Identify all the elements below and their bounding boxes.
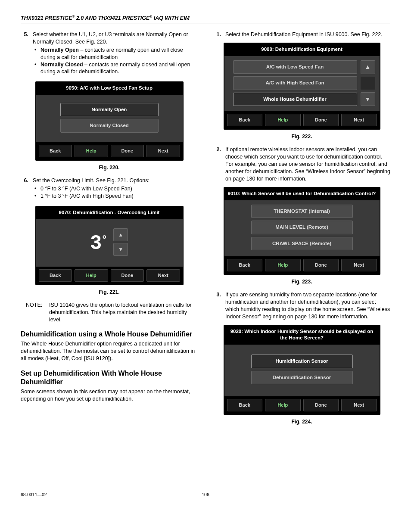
body-text: Some screens shown in this section may n… (21, 388, 198, 403)
figure-caption: Fig. 224. (213, 418, 390, 425)
doc-header: THX9321 PRESTIGE® 2.0 AND THX9421 PRESTI… (21, 15, 390, 24)
scroll-up-button[interactable]: ▲ (361, 60, 375, 74)
option-thermostat-internal[interactable]: THERMOSTAT (Internal) (251, 205, 353, 218)
triangle-down-icon: ▼ (365, 95, 371, 103)
done-button[interactable]: Done (303, 399, 339, 411)
left-column: 5. Select whether the U1, U2, or U3 term… (21, 31, 198, 431)
next-button[interactable]: Next (146, 145, 180, 157)
footer-page-number: 106 (202, 492, 209, 498)
back-button[interactable]: Back (39, 269, 72, 282)
option-main-level-remote[interactable]: MAIN LEVEL (Remote) (251, 221, 353, 234)
done-button[interactable]: Done (111, 145, 144, 157)
done-button[interactable]: Done (303, 259, 339, 271)
step-number: 3. (213, 291, 225, 320)
help-button[interactable]: Help (75, 145, 108, 157)
scroll-down-button[interactable]: ▼ (361, 92, 375, 106)
screen-title: 9070: Dehumidification - Overcooling Lim… (36, 207, 183, 219)
step-text: Select whether the U1, U2, or U3 termina… (33, 31, 188, 45)
screen-9010: 9010: Which Sensor will be used for Dehu… (224, 187, 380, 275)
step-text: Select the Dehumidification Equipment in… (225, 31, 383, 37)
screen-title: 9050: A/C with Low Speed Fan Setup (36, 82, 183, 95)
next-button[interactable]: Next (341, 114, 377, 126)
screen-9000: 9000: Dehumidification Equipment A/C wit… (224, 43, 380, 130)
done-button[interactable]: Done (303, 114, 339, 126)
step-text: Set the Overcooling Limit. See Fig. 221.… (33, 177, 149, 184)
option-humidification-sensor[interactable]: Humidification Sensor (251, 355, 353, 368)
screen-9020: 9020: Which Indoor Humidity Sensor shoul… (224, 325, 380, 415)
step-number: 2. (213, 146, 225, 182)
screen-title: 9020: Which Indoor Humidity Sensor shoul… (224, 326, 380, 345)
step-number: 6. (21, 177, 33, 202)
back-button[interactable]: Back (227, 399, 263, 411)
option-dehumidification-sensor[interactable]: Dehumidification Sensor (251, 371, 353, 385)
back-button[interactable]: Back (227, 259, 263, 271)
figure-caption: Fig. 223. (213, 278, 390, 285)
section-heading: Set up Dehumidification With Whole House… (21, 369, 198, 386)
right-column: 1. Select the Dehumidification Equipment… (213, 31, 390, 431)
step-number: 5. (21, 31, 33, 77)
figure-caption: Fig. 220. (21, 164, 198, 171)
body-text: The Whole House Dehumidifier option requ… (21, 340, 198, 362)
done-button[interactable]: Done (111, 269, 144, 282)
screen-9070: 9070: Dehumidification - Overcooling Lim… (35, 206, 184, 285)
option-crawl-space-remote[interactable]: CRAWL SPACE (Remote) (251, 237, 353, 251)
step-text: If optional remote wireless indoor senso… (225, 146, 390, 182)
note-label: NOTE: (26, 302, 49, 324)
option-ac-high-fan[interactable]: A/C with High Speed Fan (233, 76, 357, 90)
section-heading: Dehumidification using a Whole House Deh… (21, 330, 198, 339)
help-button[interactable]: Help (265, 259, 301, 271)
help-button[interactable]: Help (75, 269, 108, 282)
footer-doc-number: 68-0311—02 (21, 492, 202, 498)
figure-caption: Fig. 221. (21, 289, 198, 296)
step-text: If you are sensing humidity from two sep… (225, 292, 390, 320)
option-normally-open[interactable]: Normally Open (60, 103, 159, 117)
help-button[interactable]: Help (265, 399, 301, 411)
overcool-value: 3° (90, 232, 106, 252)
triangle-up-icon: ▲ (365, 63, 371, 71)
option-ac-low-fan[interactable]: A/C with Low Speed Fan (233, 60, 357, 74)
value-up-button[interactable]: ▲ (113, 228, 128, 241)
triangle-up-icon: ▲ (118, 231, 123, 238)
help-button[interactable]: Help (265, 114, 301, 126)
figure-caption: Fig. 222. (213, 133, 390, 140)
value-down-button[interactable]: ▼ (113, 243, 128, 256)
back-button[interactable]: Back (39, 145, 72, 157)
scroll-track[interactable] (361, 77, 375, 90)
next-button[interactable]: Next (341, 259, 377, 271)
option-whole-house-dehum[interactable]: Whole House Dehumidifier (233, 93, 357, 106)
option-normally-closed[interactable]: Normally Closed (60, 119, 159, 133)
next-button[interactable]: Next (341, 399, 377, 411)
triangle-down-icon: ▼ (118, 246, 123, 253)
screen-title: 9000: Dehumidification Equipment (224, 44, 380, 56)
next-button[interactable]: Next (146, 269, 180, 282)
screen-title: 9010: Which Sensor will be used for Dehu… (224, 188, 380, 200)
note-text: ISU 10140 gives the option to lockout ve… (49, 302, 198, 324)
back-button[interactable]: Back (227, 114, 263, 126)
screen-9050: 9050: A/C with Low Speed Fan Setup Norma… (35, 81, 184, 161)
step-number: 1. (213, 31, 225, 38)
